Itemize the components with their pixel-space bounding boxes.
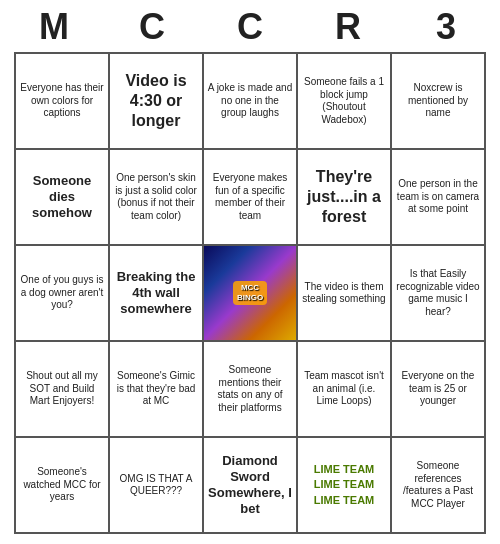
bingo-cell-2: A joke is made and no one in the group l… — [204, 54, 298, 150]
bingo-cell-13: The video is them stealing something — [298, 246, 392, 342]
title-letter-r: R — [304, 6, 392, 48]
bingo-cell-10: One of you guys is a dog owner aren't yo… — [16, 246, 110, 342]
lime-team-text: LIME TEAM LIME TEAM LIME TEAM — [301, 462, 387, 508]
title-letter-3: 3 — [402, 6, 490, 48]
bingo-cell-18: Team mascot isn't an animal (i.e. Lime L… — [298, 342, 392, 438]
bingo-cell-3: Someone fails a 1 block jump (Shoutout W… — [298, 54, 392, 150]
bingo-cell-14: Is that Easily recognizable video game m… — [392, 246, 486, 342]
bingo-cell-24: Someone references /features a Past MCC … — [392, 438, 486, 534]
bingo-cell-21: OMG IS THAT A QUEER??? — [110, 438, 204, 534]
bingo-cell-20: Someone's watched MCC for years — [16, 438, 110, 534]
bingo-cell-12: MCCBINGO — [204, 246, 298, 342]
bingo-cell-11: Breaking the 4th wall somewhere — [110, 246, 204, 342]
title-letter-c2: C — [206, 6, 294, 48]
bingo-cell-22: Diamond Sword Somewhere, I bet — [204, 438, 298, 534]
bingo-cell-7: Everyone makes fun of a specific member … — [204, 150, 298, 246]
bingo-cell-16: Someone's Gimic is that they're bad at M… — [110, 342, 204, 438]
bingo-cell-15: Shout out all my SOT and Build Mart Enjo… — [16, 342, 110, 438]
bingo-cell-17: Someone mentions their stats on any of t… — [204, 342, 298, 438]
bingo-cell-23: LIME TEAM LIME TEAM LIME TEAM — [298, 438, 392, 534]
bingo-cell-0: Everyone has their own colors for captio… — [16, 54, 110, 150]
bingo-cell-1: Video is 4:30 or longer — [110, 54, 204, 150]
bingo-cell-19: Everyone on the team is 25 or younger — [392, 342, 486, 438]
bingo-title: M C C R 3 — [5, 0, 495, 52]
bingo-grid: Everyone has their own colors for captio… — [14, 52, 486, 534]
bingo-cell-9: One person in the team is on camera at s… — [392, 150, 486, 246]
title-letter-c1: C — [108, 6, 196, 48]
bingo-cell-4: Noxcrew is mentioned by name — [392, 54, 486, 150]
cell-image-12: MCCBINGO — [204, 246, 296, 340]
bingo-cell-8: They're just....in a forest — [298, 150, 392, 246]
bingo-cell-5: Someone dies somehow — [16, 150, 110, 246]
bingo-cell-6: One person's skin is just a solid color … — [110, 150, 204, 246]
title-letter-m: M — [10, 6, 98, 48]
